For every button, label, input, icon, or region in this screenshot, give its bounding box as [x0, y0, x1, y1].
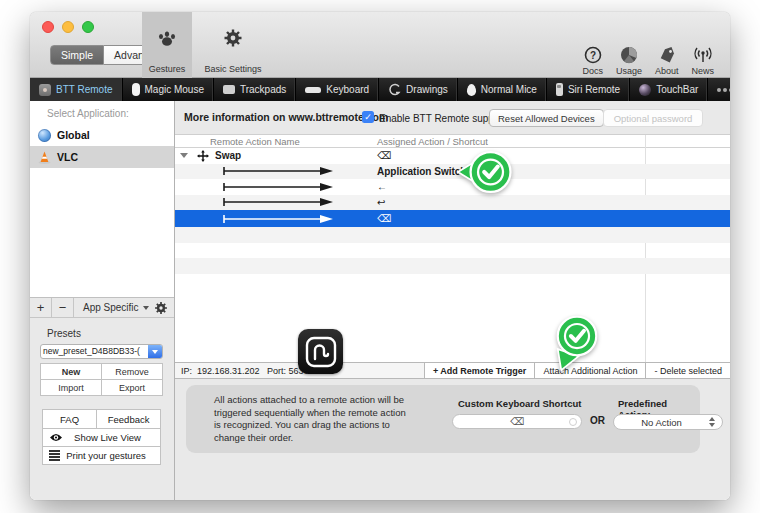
app-name: Global	[57, 129, 90, 141]
table-row-action-selected[interactable]: ⌫	[175, 210, 730, 227]
toolbar-tab-basic-settings[interactable]: Basic Settings	[192, 12, 274, 78]
assigned-shortcut: ←	[377, 179, 387, 195]
remote-info-bar: More information on www.bttremote.com ✓ …	[175, 101, 730, 135]
app-specific-dropdown[interactable]: App Specific	[74, 302, 149, 313]
gesture-arrow-icon	[222, 182, 334, 192]
export-preset-button[interactable]: Export	[102, 380, 162, 395]
pie-chart-icon	[620, 46, 638, 64]
globe-icon	[38, 129, 51, 142]
preset-name: new_preset_D4B8DB33-(	[41, 345, 148, 358]
delete-selected-button[interactable]: - Delete selected	[645, 363, 730, 378]
btt-remote-icon	[39, 84, 51, 96]
table-row-swap[interactable]: Swap ⌫	[175, 148, 730, 164]
tab-label: Keyboard	[326, 84, 369, 95]
tab-label: Normal Mice	[481, 84, 537, 95]
svg-text:?: ?	[590, 50, 596, 61]
assigned-shortcut: ⌫	[377, 148, 391, 164]
usage-button[interactable]: Usage	[616, 46, 642, 76]
tab-label: Trackpads	[240, 84, 286, 95]
enable-remote-label: Enable BTT Remote support	[379, 113, 506, 124]
trackpad-icon	[223, 85, 235, 94]
app-name: VLC	[57, 151, 78, 163]
vlc-cone-icon	[38, 151, 51, 164]
new-preset-button[interactable]: New	[41, 364, 101, 379]
or-label: OR	[590, 415, 605, 426]
table-row-action[interactable]: ↩	[175, 195, 730, 211]
remove-preset-button[interactable]: Remove	[102, 364, 162, 379]
stepper-arrows-icon	[709, 417, 715, 427]
main-content: More information on www.bttremote.com ✓ …	[175, 101, 730, 500]
print-gestures-button[interactable]: Print your gestures	[43, 447, 160, 464]
zoom-button[interactable]	[82, 21, 94, 33]
tab-label: Siri Remote	[568, 84, 620, 95]
tab-trackpads[interactable]: Trackpads	[214, 78, 296, 101]
add-remote-trigger-button[interactable]: + Add Remote Trigger	[424, 363, 534, 378]
preset-buttons: New Remove Import Export	[40, 363, 163, 396]
custom-shortcut-label: Custom Keyboard Shortcut	[458, 398, 582, 409]
import-preset-button[interactable]: Import	[41, 380, 101, 395]
empty-row	[175, 227, 730, 243]
select-application-label: Select Application:	[30, 101, 174, 124]
reset-allowed-devices-button[interactable]: Reset Allowed Devices	[489, 109, 604, 127]
action-name: Swap	[215, 150, 241, 161]
show-live-view-button[interactable]: Show Live View	[43, 429, 160, 446]
table-row-action[interactable]: ←	[175, 179, 730, 195]
gestures-label: Gestures	[149, 64, 186, 74]
clear-shortcut-icon[interactable]	[569, 418, 577, 426]
show-live-view-label: Show Live View	[69, 432, 160, 443]
add-app-button[interactable]: +	[30, 298, 52, 317]
minimize-button[interactable]	[62, 21, 74, 33]
tab-touchbar[interactable]: TouchBar	[630, 78, 708, 101]
tab-btt-remote[interactable]: BTT Remote	[30, 78, 123, 101]
enable-remote-checkbox[interactable]: ✓	[362, 111, 374, 123]
docs-label: Docs	[582, 66, 603, 76]
docs-button[interactable]: ? Docs	[582, 46, 603, 76]
btt-logo	[298, 329, 343, 374]
help-paragraph: All actions attached to a remote action …	[214, 394, 410, 444]
news-button[interactable]: News	[691, 46, 714, 76]
eye-icon	[49, 433, 63, 442]
shortcut-value: ⌫	[510, 416, 524, 427]
toolbar-tab-gestures[interactable]: Gestures	[142, 12, 192, 78]
simple-mode-button[interactable]: Simple	[50, 45, 104, 65]
combo-dropdown-button[interactable]	[148, 345, 162, 358]
tab-keyboard[interactable]: Keyboard	[296, 78, 379, 101]
tab-other[interactable]: Other	[708, 78, 730, 101]
assigned-shortcut: ↩	[377, 195, 385, 211]
tab-label: Drawings	[406, 84, 448, 95]
sidebar-gear-button[interactable]	[154, 301, 168, 318]
touchbar-icon	[639, 84, 651, 96]
sidebar-item-global[interactable]: Global	[30, 124, 174, 146]
antenna-icon	[693, 46, 713, 64]
faq-button[interactable]: FAQ	[43, 410, 96, 428]
tab-magic-mouse[interactable]: Magic Mouse	[123, 78, 214, 101]
table-row-action[interactable]: Application Switcher	[175, 164, 730, 180]
tab-label: Magic Mouse	[145, 84, 204, 95]
keyboard-icon	[305, 87, 321, 93]
feedback-button[interactable]: Feedback	[97, 410, 160, 428]
preset-combobox[interactable]: new_preset_D4B8DB33-(	[40, 344, 163, 359]
disclosure-triangle-icon[interactable]	[180, 153, 188, 158]
remove-app-button[interactable]: −	[52, 298, 74, 317]
optional-password-field[interactable]	[603, 109, 703, 127]
titlebar: Simple Advanced Gestures	[30, 12, 730, 78]
move-cross-icon	[197, 150, 209, 162]
more-info-link[interactable]: More information on www.bttremote.com	[184, 111, 388, 123]
ip-port-text: IP: 192.168.31.202 Port: 56364	[181, 366, 314, 376]
predefined-action-select[interactable]: No Action	[613, 414, 723, 430]
usage-label: Usage	[616, 66, 642, 76]
tab-siri-remote[interactable]: Siri Remote	[547, 78, 630, 101]
sidebar-item-vlc[interactable]: VLC	[30, 146, 174, 168]
list-lines-icon	[49, 450, 60, 461]
tab-normal-mice[interactable]: Normal Mice	[458, 78, 547, 101]
status-bar: IP: 192.168.31.202 Port: 56364 + Add Rem…	[175, 362, 730, 379]
tab-drawings[interactable]: Drawings	[379, 78, 458, 101]
gesture-arrow-icon	[222, 166, 334, 176]
tag-icon	[658, 46, 676, 64]
app-specific-bar: + − App Specific	[30, 298, 174, 318]
custom-shortcut-field[interactable]: ⌫	[452, 414, 582, 429]
tab-label: TouchBar	[656, 84, 698, 95]
about-button[interactable]: About	[655, 46, 679, 76]
about-label: About	[655, 66, 679, 76]
close-button[interactable]	[42, 21, 54, 33]
